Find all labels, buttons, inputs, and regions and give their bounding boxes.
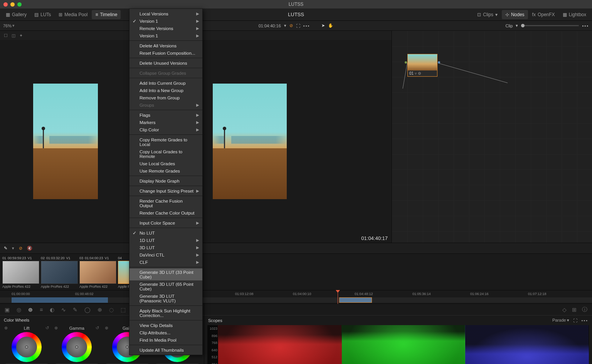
picker-icon[interactable]: ⊕ bbox=[54, 325, 58, 330]
chevron-down-icon[interactable]: ▾ bbox=[12, 246, 14, 251]
primaries-wheels-icon[interactable]: ⊚ bbox=[28, 307, 33, 313]
expand-scope-icon[interactable]: ⛶ bbox=[573, 318, 577, 323]
menu-item[interactable]: Copy Remote Grades to Local bbox=[130, 136, 202, 148]
split-icon[interactable]: ◫ bbox=[12, 33, 15, 38]
clip-thumbnail[interactable]: 0201:03:32:20V1 Apple ProRes 422 bbox=[41, 255, 78, 289]
gallery-tab[interactable]: ▦Gallery bbox=[2, 10, 30, 19]
pointer-tool-icon[interactable]: ➤ bbox=[321, 23, 325, 28]
more-options-icon[interactable]: ••• bbox=[582, 23, 589, 28]
keyframe-icon[interactable]: ◇ bbox=[562, 307, 567, 313]
menu-item[interactable]: 3D LUT▶ bbox=[130, 244, 202, 251]
menu-item[interactable]: Use Remote Grades bbox=[130, 167, 202, 174]
menu-item[interactable]: Local Versions▶ bbox=[130, 10, 202, 17]
menu-item[interactable]: Find In Media Pool bbox=[130, 336, 202, 344]
picker-icon[interactable]: ⊕ bbox=[105, 325, 108, 330]
menu-item[interactable]: Markers▶ bbox=[130, 119, 202, 126]
clip-thumbnail[interactable]: 0100:59:59:23V1 Apple ProRes 422 bbox=[2, 255, 39, 289]
highlight-icon[interactable]: ☐ bbox=[4, 33, 8, 38]
hand-tool-icon[interactable]: ✋ bbox=[328, 23, 333, 28]
menu-item[interactable]: Render Cache Fusion Output bbox=[130, 197, 202, 209]
maximize-window-button[interactable] bbox=[17, 2, 22, 7]
window-icon[interactable]: ◯ bbox=[84, 307, 91, 313]
close-window-button[interactable] bbox=[3, 2, 8, 7]
qualifier-icon[interactable]: ✎ bbox=[73, 307, 77, 313]
luts-tab[interactable]: ▤LUTs bbox=[31, 10, 54, 19]
waveform-icon[interactable]: ⊞ bbox=[572, 307, 577, 313]
menu-item[interactable]: Version 1▶ bbox=[130, 32, 202, 39]
menu-item[interactable]: Clip Color▶ bbox=[130, 126, 202, 133]
menu-item[interactable]: ✓Version 1▶ bbox=[130, 17, 202, 25]
nodes-tab[interactable]: ⊹Nodes bbox=[502, 10, 528, 19]
wheel-control[interactable] bbox=[62, 332, 92, 362]
mute-icon[interactable]: 🔇 bbox=[27, 246, 32, 251]
chevron-down-icon[interactable]: ▾ bbox=[516, 23, 518, 28]
primaries-bars-icon[interactable]: ≡ bbox=[40, 307, 43, 313]
timeline-clip-current[interactable] bbox=[339, 297, 372, 303]
clip-context-menu[interactable]: Local Versions▶✓Version 1▶Remote Version… bbox=[129, 8, 203, 355]
info-icon[interactable]: ⓘ bbox=[582, 306, 587, 313]
menu-item[interactable]: Flags▶ bbox=[130, 111, 202, 119]
more-options-icon[interactable]: ••• bbox=[303, 23, 310, 28]
menu-item[interactable]: Remote Versions▶ bbox=[130, 25, 202, 32]
menu-item[interactable]: Add Into Current Group bbox=[130, 79, 202, 87]
scope-options-icon[interactable]: ••• bbox=[581, 318, 588, 323]
menu-item[interactable]: 1D LUT▶ bbox=[130, 237, 202, 244]
expand-icon[interactable]: ⛶ bbox=[296, 23, 300, 28]
node-zoom-slider[interactable] bbox=[521, 25, 579, 26]
timeline-tab[interactable]: ≡Timeline bbox=[92, 10, 121, 19]
chevron-down-icon[interactable]: ▾ bbox=[284, 23, 286, 28]
color-node-01[interactable]: 01 ▿ ⚙ bbox=[407, 54, 437, 77]
menu-item[interactable]: Apply Black Sun Highlight Correction... bbox=[130, 307, 202, 319]
mediapool-tab[interactable]: ⊞Media Pool bbox=[55, 10, 91, 19]
menu-item[interactable]: ✓No LUT bbox=[130, 229, 202, 237]
menu-item[interactable]: Remove from Group bbox=[130, 94, 202, 101]
playhead[interactable] bbox=[338, 290, 338, 304]
reset-icon[interactable]: ↺ bbox=[96, 325, 99, 330]
menu-item[interactable]: Delete All Versions bbox=[130, 42, 202, 49]
log-wheels-icon[interactable]: ◐ bbox=[50, 307, 54, 313]
menu-item[interactable]: CLF▶ bbox=[130, 258, 202, 266]
chevron-down-icon[interactable]: ▾ bbox=[12, 23, 15, 28]
wheel-control[interactable] bbox=[12, 332, 42, 362]
menu-item[interactable]: Generate 3D LUT (65 Point Cube) bbox=[130, 280, 202, 292]
reset-icon[interactable]: ⊘ bbox=[19, 246, 22, 251]
menu-item[interactable]: Reset Fusion Composition... bbox=[130, 49, 202, 57]
menu-item[interactable]: Copy Local Grades to Remote bbox=[130, 148, 202, 160]
wand-icon[interactable]: ✦ bbox=[19, 33, 23, 38]
node-editor[interactable]: 01 ▿ ⚙ bbox=[392, 31, 592, 243]
timeline-clip[interactable] bbox=[54, 297, 108, 303]
openfx-tab[interactable]: fxOpenFX bbox=[529, 10, 558, 19]
camera-raw-icon[interactable]: ▣ bbox=[5, 307, 10, 313]
clip-thumbnail[interactable]: 0301:04:00:23V1 Apple ProRes 422 bbox=[79, 255, 116, 289]
tracker-icon[interactable]: ⊕ bbox=[98, 307, 102, 313]
menu-item[interactable]: Clip Attributes... bbox=[130, 329, 202, 336]
menu-item[interactable]: Generate 3D LUT (33 Point Cube) bbox=[130, 268, 202, 280]
key-icon[interactable]: ⬚ bbox=[121, 307, 126, 313]
menu-item[interactable]: Input Color Space▶ bbox=[130, 219, 202, 226]
menu-item[interactable]: Update All Thumbnails bbox=[130, 346, 202, 354]
menu-item[interactable]: Delete Unused Versions bbox=[130, 59, 202, 67]
clips-tab[interactable]: ⊡Clips▾ bbox=[474, 10, 501, 19]
menu-item[interactable]: Add Into a New Group bbox=[130, 87, 202, 94]
color-match-icon[interactable]: ◎ bbox=[17, 307, 21, 313]
reset-icon[interactable]: ↺ bbox=[45, 325, 49, 330]
ref-viewer-canvas[interactable] bbox=[0, 40, 131, 243]
scope-mode-select[interactable]: Parade ▾ bbox=[552, 318, 570, 323]
bypass-icon[interactable]: ⊘ bbox=[289, 23, 293, 28]
timecode-readout[interactable]: 01:04:40:16 bbox=[259, 23, 281, 28]
lightbox-tab[interactable]: ▦Lightbox bbox=[559, 10, 590, 19]
menu-item[interactable]: DaVinci CTL▶ bbox=[130, 251, 202, 258]
zoom-level[interactable]: 76% bbox=[3, 23, 12, 28]
menu-item[interactable]: Display Node Graph bbox=[130, 177, 202, 185]
minimize-window-button[interactable] bbox=[10, 2, 15, 7]
menu-item[interactable]: Use Local Grades bbox=[130, 160, 202, 167]
timeline-clip[interactable] bbox=[12, 297, 54, 303]
node-canvas[interactable]: 01 ▿ ⚙ bbox=[392, 31, 592, 243]
picker-icon[interactable]: ⊕ bbox=[4, 325, 8, 330]
eyedropper-icon[interactable]: ✎ bbox=[4, 246, 7, 251]
mini-timeline[interactable]: V1 01:00:00:0001:00:48:0201:03:12:0801:0… bbox=[0, 290, 592, 304]
blur-icon[interactable]: ◌ bbox=[109, 307, 114, 313]
menu-item[interactable]: Generate 3D LUT (Panasonic VLUT) bbox=[130, 292, 202, 304]
clip-label[interactable]: Clip bbox=[505, 23, 513, 28]
menu-item[interactable]: Render Cache Color Output bbox=[130, 209, 202, 216]
